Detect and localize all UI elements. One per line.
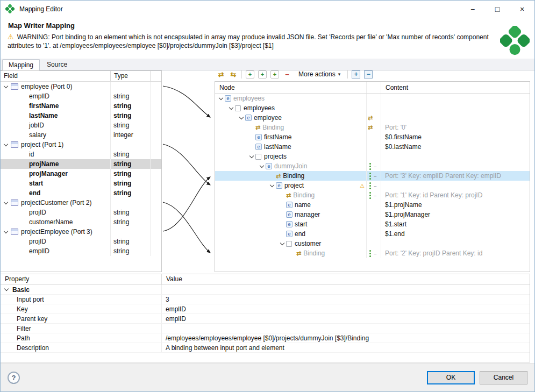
node-content-cell: $0.firstName: [381, 132, 530, 142]
node-row[interactable]: elastName$0.lastName: [215, 142, 530, 152]
node-row[interactable]: emanager$1.projManager: [215, 210, 530, 219]
field-row[interactable]: emplIDstring: [1, 91, 161, 101]
field-row[interactable]: projIDstring: [1, 208, 161, 217]
node-row[interactable]: edummyJoin--: [215, 161, 530, 171]
node-row[interactable]: eemployees: [215, 94, 530, 103]
chevron-down-icon[interactable]: [248, 153, 255, 160]
field-row[interactable]: customerNamestring: [1, 217, 161, 227]
element-icon: e: [245, 115, 252, 121]
field-row[interactable]: endstring: [1, 188, 161, 198]
node-row[interactable]: eend$1.end: [215, 229, 530, 239]
chevron-down-icon[interactable]: [2, 83, 10, 90]
close-button[interactable]: ×: [510, 1, 534, 17]
property-group-row[interactable]: Basic: [1, 285, 530, 295]
field-row[interactable]: projNamestring: [1, 159, 161, 169]
node-content: Port: '3' Key: emplID Parent Key: emplID: [385, 172, 501, 180]
add-child-element-icon[interactable]: +: [246, 70, 254, 79]
property-label-cell: Key: [1, 304, 162, 313]
binding-icon: ⇄: [255, 124, 260, 131]
node-label: projects: [264, 153, 287, 160]
field-row[interactable]: projIDstring: [1, 237, 161, 246]
minimize-button[interactable]: −: [460, 1, 485, 17]
chevron-down-icon[interactable]: [238, 114, 245, 122]
node-label: employees: [244, 104, 275, 112]
node-row[interactable]: ⇄Binding--Port: '2' Key: projID Parent K…: [215, 248, 530, 258]
dialog-heading: Map Writer Mapping: [8, 22, 75, 30]
node-content-cell: $0.lastName: [381, 142, 530, 152]
property-row[interactable]: Input port3: [1, 295, 530, 304]
field-row[interactable]: lastNamestring: [1, 111, 161, 120]
chevron-down-icon[interactable]: [2, 141, 10, 148]
chevron-down-icon[interactable]: [3, 286, 10, 294]
chevron-down-icon[interactable]: [2, 199, 10, 206]
field-row[interactable]: projectCustomer (Port 2): [1, 198, 161, 208]
property-row[interactable]: DescriptionA binding between input port …: [1, 343, 530, 353]
expand-all-icon[interactable]: +: [352, 70, 360, 79]
key-icon: [369, 253, 371, 254]
field-row[interactable]: idstring: [1, 149, 161, 159]
cancel-button[interactable]: Cancel: [480, 371, 527, 384]
node-label: Binding: [262, 124, 284, 131]
remove-node-icon[interactable]: −: [283, 70, 291, 79]
property-label-cell: Input port: [1, 295, 162, 304]
field-row[interactable]: emplIDstring: [1, 246, 161, 256]
field-type: string: [111, 208, 151, 217]
field-row[interactable]: project (Port 1): [1, 140, 161, 149]
field-row[interactable]: projectEmployee (Port 3): [1, 227, 161, 237]
field-label: emplID: [29, 247, 49, 255]
field-row[interactable]: salaryinteger: [1, 130, 161, 140]
maximize-button[interactable]: □: [485, 1, 510, 17]
field-label: lastName: [29, 112, 58, 119]
more-actions-button[interactable]: More actions▾: [295, 69, 344, 79]
node-row[interactable]: ename$1.projName: [215, 200, 530, 210]
node-label: employees: [233, 95, 265, 102]
property-row[interactable]: Filter: [1, 324, 530, 333]
chevron-down-icon[interactable]: [2, 228, 10, 236]
collapse-all-icon[interactable]: −: [364, 70, 373, 79]
field-name-cell: projName: [1, 159, 111, 169]
property-row[interactable]: KeyemplID: [1, 304, 530, 314]
node-row[interactable]: ⇄Binding--Port: '3' Key: emplID Parent K…: [215, 171, 530, 181]
help-button[interactable]: ?: [8, 372, 20, 384]
node-row[interactable]: ⇄Binding--Port: '1' Key: id Parent Key: …: [215, 190, 530, 200]
ok-button[interactable]: OK: [427, 371, 475, 384]
auto-map-icon[interactable]: ⇄: [217, 70, 225, 79]
chevron-down-icon[interactable]: [217, 95, 225, 102]
node-label: Binding: [303, 250, 325, 257]
field-row[interactable]: employee (Port 0): [1, 82, 161, 91]
property-row[interactable]: Parent keyemplID: [1, 314, 530, 324]
chevron-down-icon[interactable]: [268, 182, 276, 189]
mapping-editor-dialog: Mapping Editor − □ × Map Writer Mapping …: [0, 0, 535, 392]
tab-source[interactable]: Source: [41, 59, 73, 70]
field-extra-column: [151, 71, 161, 81]
node-row[interactable]: eproject⚠--: [215, 181, 530, 190]
node-table-header: Node Content: [215, 82, 530, 94]
field-row[interactable]: startstring: [1, 179, 161, 188]
binding-icon: ⇄: [296, 250, 301, 257]
chevron-down-icon[interactable]: [258, 162, 266, 170]
property-row[interactable]: Path/employees/employees/employee [$0]/p…: [1, 333, 530, 343]
chevron-down-icon[interactable]: [279, 240, 286, 247]
chevron-down-icon[interactable]: [227, 104, 235, 112]
node-row[interactable]: eemployee⇄: [215, 113, 530, 123]
add-attribute-icon[interactable]: +: [270, 70, 279, 79]
add-sibling-element-icon[interactable]: +: [258, 70, 267, 79]
connector-port3-dummyjoin: [163, 177, 210, 231]
field-name-cell: start: [1, 179, 111, 188]
field-name-cell: project (Port 1): [1, 140, 111, 149]
field-label: customerName: [29, 218, 73, 226]
field-row[interactable]: jobIDstring: [1, 120, 161, 130]
field-row[interactable]: projManagerstring: [1, 169, 161, 179]
node-row[interactable]: projects: [215, 152, 530, 161]
node-row[interactable]: employees: [215, 103, 530, 113]
node-row[interactable]: efirstName$0.firstName: [215, 132, 530, 142]
clear-bindings-icon[interactable]: ⇆: [229, 70, 238, 79]
field-row[interactable]: firstNamestring: [1, 101, 161, 111]
tab-mapping[interactable]: Mapping: [2, 59, 40, 70]
node-row[interactable]: estart$1.start: [215, 219, 530, 229]
node-row[interactable]: customer: [215, 239, 530, 248]
node-content-cell: [381, 239, 530, 248]
node-row[interactable]: ⇄Binding⇄Port: '0': [215, 123, 530, 132]
node-binding-cell: ⇄: [366, 123, 381, 132]
node-content: $1.projManager: [385, 211, 430, 218]
